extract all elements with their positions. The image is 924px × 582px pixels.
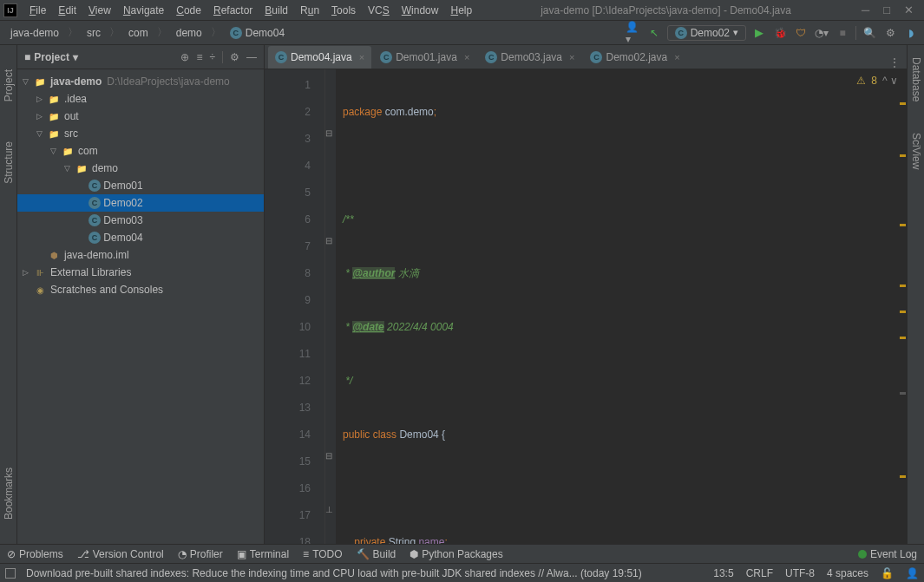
gear-icon[interactable]: ⚙ [230,51,239,63]
close-icon[interactable]: × [674,52,679,62]
fold-gutter: ⊟ ⊟ ⊟ ⊥ [325,69,336,544]
tree-iml[interactable]: ⬢java-demo.iml [17,246,264,264]
navigation-bar: java-demo 〉 src 〉 com 〉 demo 〉 CDemo04 👤… [0,21,924,45]
tree-src[interactable]: ▽📁src [17,125,264,142]
debug-button[interactable]: 🐞 [772,25,788,41]
hide-icon[interactable]: — [246,51,257,63]
status-eol[interactable]: CRLF [746,567,773,579]
tree-ext-lib[interactable]: ▷⊪External Libraries [17,264,264,281]
main-area: Project Structure Bookmarks ■ Project ▾ … [0,45,924,544]
status-message: Download pre-built shared indexes: Reduc… [26,567,703,579]
status-indent[interactable]: 4 spaces [827,567,868,579]
status-position[interactable]: 13:5 [713,567,733,579]
menu-file[interactable]: File [24,3,51,18]
editor[interactable]: 123456789101112131415161718 ⊟ ⊟ ⊟ ⊥ pack… [265,69,907,544]
class-icon: C [88,214,101,226]
tool-window-bar: ⊘ Problems ⎇ Version Control ◔ Profiler … [0,544,924,563]
left-tab-bookmarks[interactable]: Bookmarks [1,461,16,526]
problems-badge[interactable]: ⚠ 8 ^ ∨ [856,75,898,87]
profile-button[interactable]: ◔▾ [814,25,829,41]
tree-idea[interactable]: ▷📁.idea [17,90,264,108]
left-tab-structure[interactable]: Structure [1,134,16,191]
menu-window[interactable]: Window [396,3,444,18]
tree-project-root[interactable]: ▽📁java-demoD:\IdeaProjects\java-demo [17,73,264,90]
minimize-button[interactable]: ─ [862,3,869,16]
code-content[interactable]: package com.demo; /** * @author 水滴 * @da… [336,69,907,544]
right-tab-database[interactable]: Database [908,50,924,108]
status-encoding[interactable]: UTF-8 [785,567,815,579]
fold-toggle[interactable]: ⊟ [325,236,332,245]
menu-refactor[interactable]: Refactor [208,3,258,18]
crumb-src[interactable]: src [82,25,106,41]
collapse-icon[interactable]: ÷ [209,51,215,63]
tw-vcs[interactable]: ⎇ Version Control [77,548,164,560]
locate-icon[interactable]: ⊕ [180,51,189,63]
tree-com[interactable]: ▽📁com [17,142,264,160]
tree-out[interactable]: ▷📁out [17,108,264,125]
tw-build[interactable]: 🔨 Build [357,548,396,560]
status-readonly-icon[interactable]: 🔓 [881,567,894,579]
left-tab-project[interactable]: Project [1,62,16,108]
menu-bar: File Edit View Navigate Code Refactor Bu… [24,3,477,18]
tree-demo01[interactable]: C Demo01 [17,177,264,194]
tabs-more-button[interactable]: ⋮ [882,56,907,69]
menu-tools[interactable]: Tools [326,3,361,18]
right-tab-sciview[interactable]: SciView [908,126,924,176]
class-icon: C [230,27,242,39]
menu-build[interactable]: Build [259,3,293,18]
fold-toggle[interactable]: ⊟ [325,451,332,461]
breadcrumb: java-demo 〉 src 〉 com 〉 demo 〉 CDemo04 [5,25,626,41]
tab-demo01[interactable]: CDemo01.java× [373,46,476,69]
user-icon[interactable]: 👤▾ [626,25,641,41]
crumb-class[interactable]: CDemo04 [225,25,290,41]
tw-todo[interactable]: ≡ TODO [303,548,342,560]
tw-python[interactable]: ⬢ Python Packages [410,548,502,560]
menu-run[interactable]: Run [295,3,324,18]
tw-profiler[interactable]: ◔ Profiler [178,548,223,560]
sidebar-title[interactable]: ■ Project ▾ [24,51,180,63]
tw-event-log[interactable]: Event Log [858,548,917,560]
fold-toggle[interactable]: ⊟ [325,128,332,138]
status-notify-icon[interactable]: 👤 [906,567,919,579]
menu-view[interactable]: View [83,3,116,18]
tree-demo02[interactable]: C Demo02 [17,194,264,212]
tree-demo-pkg[interactable]: ▽📁demo [17,160,264,177]
left-tool-gutter: Project Structure Bookmarks [0,45,17,544]
stop-button[interactable]: ■ [835,25,850,41]
run-config-selector[interactable]: CDemo02 ▾ [667,25,746,41]
window-controls: ─ □ ✕ [855,3,921,16]
window-title: java-demo [D:\IdeaProjects\java-demo] - … [477,4,855,16]
fold-end[interactable]: ⊥ [325,505,333,514]
tab-demo03[interactable]: CDemo03.java× [478,46,581,69]
menu-help[interactable]: Help [445,3,477,18]
menu-vcs[interactable]: VCS [363,3,395,18]
class-icon: C [88,180,101,192]
search-button[interactable]: 🔍 [862,25,877,41]
crumb-project[interactable]: java-demo [5,25,64,41]
back-icon[interactable]: ↖ [646,25,662,41]
tw-terminal[interactable]: ▣ Terminal [237,548,289,560]
close-icon[interactable]: × [569,52,574,62]
crumb-demo[interactable]: demo [171,25,207,41]
maximize-button[interactable]: □ [883,3,890,16]
error-stripe[interactable] [898,69,907,544]
menu-navigate[interactable]: Navigate [118,3,169,18]
tree-demo04[interactable]: C Demo04 [17,229,264,246]
tree-demo03[interactable]: C Demo03 [17,212,264,229]
run-button[interactable]: ▶ [751,25,767,41]
tree-scratches[interactable]: ◉Scratches and Consoles [17,281,264,298]
crumb-com[interactable]: com [123,25,154,41]
menu-edit[interactable]: Edit [53,3,82,18]
tab-demo02[interactable]: CDemo02.java× [583,46,686,69]
close-button[interactable]: ✕ [904,3,914,16]
tw-problems[interactable]: ⊘ Problems [7,548,63,560]
ide-button[interactable]: ◗ [903,25,919,41]
menu-code[interactable]: Code [171,3,206,18]
coverage-button[interactable]: 🛡 [793,25,809,41]
expand-icon[interactable]: ≡ [196,51,202,63]
close-icon[interactable]: × [464,52,469,62]
close-icon[interactable]: × [359,52,364,62]
status-icon[interactable] [5,568,16,579]
settings-button[interactable]: ⚙ [882,25,898,41]
tab-demo04[interactable]: CDemo04.java× [268,46,371,69]
